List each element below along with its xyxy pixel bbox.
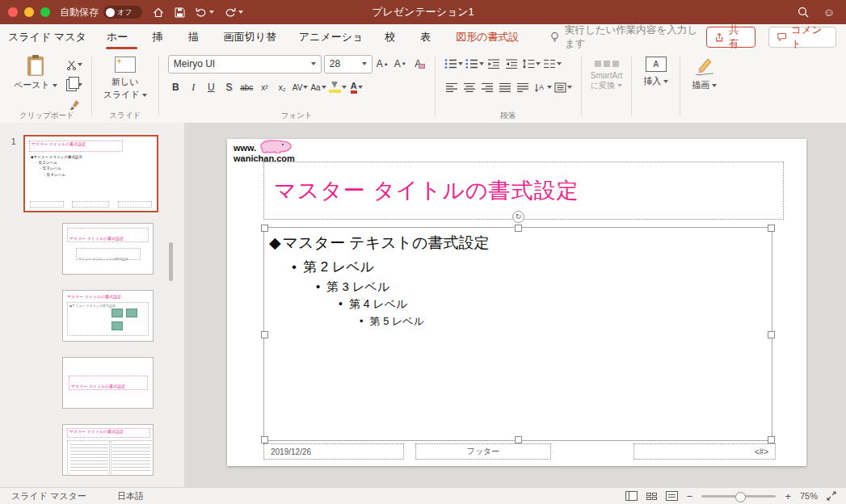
ribbon-separator — [631, 57, 632, 116]
account-smiley-icon[interactable]: ☺ — [823, 6, 835, 18]
notes-view-button[interactable] — [666, 491, 678, 501]
copy-icon — [66, 79, 77, 91]
zoom-slider-thumb[interactable] — [735, 492, 746, 502]
resize-handle-bottom-right[interactable] — [768, 436, 775, 443]
align-left-button[interactable] — [444, 79, 460, 95]
slide-number-placeholder[interactable]: <#> — [633, 443, 776, 460]
resize-handle-top-right[interactable] — [768, 225, 775, 232]
thumbnail-layout-section[interactable]: マスター タイトルの書式設定 — [62, 357, 154, 409]
resize-handle-top-left[interactable] — [261, 225, 268, 232]
tab-shape-format[interactable]: 図形の書式設定 — [448, 24, 532, 50]
subscript-button[interactable]: x₂ — [275, 79, 290, 95]
line-spacing-button[interactable] — [522, 56, 541, 72]
slide-number-text: <#> — [755, 447, 768, 456]
master-title-placeholder[interactable]: マスター タイトルの書式設定 — [263, 162, 784, 220]
tab-review[interactable]: 校閲 — [377, 24, 412, 50]
thumbnail-layout-two-content[interactable]: マスター タイトルの書式設定 — [62, 424, 154, 476]
home-button[interactable] — [153, 7, 164, 18]
tell-me-box[interactable]: 実行したい作業内容を入力します — [550, 23, 707, 51]
zoom-percent[interactable]: 75% — [800, 491, 818, 501]
copy-button[interactable] — [66, 77, 82, 93]
resize-handle-middle-left[interactable] — [261, 331, 268, 338]
text-direction-button[interactable]: A — [533, 79, 552, 95]
language-label[interactable]: 日本語 — [117, 490, 144, 502]
resize-handle-top-middle[interactable] — [515, 225, 522, 232]
zoom-window-button[interactable] — [40, 7, 50, 17]
share-button[interactable]: 共有 — [706, 27, 755, 48]
paste-button[interactable]: ペースト — [11, 55, 60, 93]
tab-slide-master[interactable]: スライド マスター — [0, 24, 99, 50]
align-center-button[interactable] — [462, 79, 478, 95]
tab-insert[interactable]: 挿入 — [145, 24, 180, 50]
zoom-in-button[interactable]: + — [785, 491, 791, 502]
character-spacing-button[interactable]: AV — [293, 79, 309, 95]
clear-formatting-button[interactable]: A — [410, 56, 426, 72]
thumbnail-scrollbar[interactable] — [169, 242, 173, 281]
columns-chevron-icon — [557, 62, 562, 65]
lightbulb-icon — [550, 32, 559, 43]
layout3-title: マスター タイトルの書式設定 — [67, 294, 148, 299]
footer-placeholder[interactable]: フッター — [415, 443, 551, 460]
text-highlight-button[interactable] — [329, 79, 347, 95]
new-slide-button[interactable]: 新しい スライド — [101, 55, 149, 103]
slide-sorter-view-button[interactable] — [646, 493, 657, 500]
group-clipboard: ペースト クリップボード — [3, 50, 90, 123]
resize-handle-bottom-left[interactable] — [261, 436, 268, 443]
increase-font-size-button[interactable]: A▲ — [375, 56, 390, 72]
numbering-button[interactable] — [465, 56, 484, 72]
search-button[interactable] — [798, 6, 809, 18]
align-right-icon — [481, 82, 494, 93]
tab-draw[interactable]: 描画 — [180, 24, 216, 50]
tab-view[interactable]: 表示 — [412, 24, 448, 50]
bullets-button[interactable] — [444, 56, 463, 72]
zoom-out-button[interactable]: − — [687, 491, 693, 502]
text-shadow-button[interactable]: S — [221, 79, 237, 95]
tab-transitions[interactable]: 画面切り替え — [216, 24, 291, 50]
layout3-image-placeholder-icon — [112, 321, 123, 330]
increase-indent-button[interactable] — [504, 56, 520, 72]
underline-button[interactable]: U — [204, 79, 219, 95]
cut-button[interactable] — [66, 57, 82, 73]
columns-button[interactable] — [543, 56, 562, 72]
save-button[interactable] — [175, 7, 185, 18]
thumbnail-master[interactable]: マスター タイトルの書式設定 ◆マスター テキストの書式設定 ・第 2 レベル … — [23, 135, 158, 212]
zoom-slider[interactable] — [701, 495, 776, 498]
comments-button[interactable]: コメント — [768, 27, 836, 48]
bold-button[interactable]: B — [168, 79, 183, 95]
justify-button[interactable] — [498, 79, 513, 95]
master-body-placeholder[interactable]: ↻ ◆マスター テキストの書式設定 •第 2 レベル •第 3 レベル •第 4… — [263, 227, 772, 441]
insert-text-box-button[interactable]: A 挿入 — [641, 55, 671, 89]
normal-view-button[interactable] — [625, 491, 638, 501]
thumbnail-layout-content[interactable]: マスター タイトルの書式設定 ◆マスター テキストの書式設定 — [62, 290, 154, 342]
superscript-button[interactable]: x² — [257, 79, 272, 95]
thumbnail-layout-title[interactable]: マスター タイトルの書式設定 マスター サブタイトルの書式設定 — [62, 223, 154, 275]
tab-animations[interactable]: アニメーション — [291, 24, 377, 50]
body-line-5: •第 5 レベル — [360, 314, 772, 329]
fit-to-window-button[interactable] — [827, 491, 836, 501]
body-line-3: •第 3 レベル — [316, 279, 772, 295]
font-color-button[interactable]: A — [349, 79, 364, 95]
strikethrough-button[interactable]: abc — [239, 79, 255, 95]
change-case-button[interactable]: Aa — [310, 79, 326, 95]
paragraph-group-label: 段落 — [436, 111, 580, 121]
tab-home[interactable]: ホーム — [99, 24, 145, 50]
date-placeholder[interactable]: 2019/12/26 — [263, 443, 404, 460]
align-text-button[interactable] — [554, 79, 572, 95]
layout5-left-box — [67, 440, 112, 476]
convert-to-smartart-button[interactable]: SmartArt に変換 — [591, 55, 622, 91]
distribute-text-button[interactable] — [516, 79, 531, 95]
decrease-indent-button[interactable] — [486, 56, 502, 72]
font-name-select[interactable]: Meiryo UI — [168, 55, 322, 74]
draw-button[interactable]: 描画 — [689, 55, 719, 93]
resize-handle-bottom-middle[interactable] — [515, 436, 522, 443]
italic-button[interactable]: I — [186, 79, 201, 95]
resize-handle-middle-right[interactable] — [768, 331, 775, 338]
minimize-window-button[interactable] — [24, 7, 34, 17]
autosave-toggle[interactable]: オフ — [103, 6, 142, 19]
font-size-select[interactable]: 28 — [324, 55, 372, 74]
decrease-font-size-button[interactable]: A▼ — [393, 56, 408, 72]
bullets-icon — [444, 58, 457, 69]
rotate-handle[interactable]: ↻ — [512, 211, 524, 223]
align-right-button[interactable] — [480, 79, 495, 95]
close-window-button[interactable] — [8, 7, 18, 17]
